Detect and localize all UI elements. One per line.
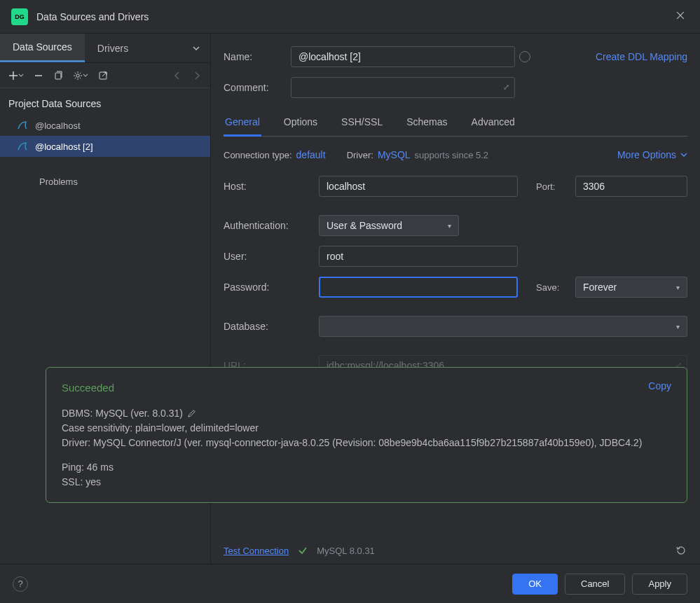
close-icon[interactable] (675, 10, 689, 24)
edit-icon[interactable] (187, 409, 196, 418)
comment-input[interactable] (291, 77, 515, 98)
auth-dropdown[interactable]: User & Password▾ (319, 215, 459, 236)
name-label: Name: (224, 51, 291, 62)
remove-icon[interactable] (34, 71, 43, 81)
tab-data-sources[interactable]: Data Sources (0, 34, 85, 62)
auth-label: Authentication: (224, 220, 319, 231)
test-version: MySQL 8.0.31 (317, 546, 375, 556)
datasource-item[interactable]: @localhost [2] (0, 136, 210, 157)
apply-button[interactable]: Apply (632, 574, 687, 595)
subtab-schemas[interactable]: Schemas (405, 116, 448, 136)
svg-point-1 (76, 74, 79, 76)
user-label: User: (224, 251, 319, 262)
database-dropdown[interactable]: ▾ (319, 316, 687, 337)
success-label: Succeeded (62, 380, 671, 396)
forward-icon (192, 71, 202, 81)
tab-overflow-icon[interactable] (182, 44, 210, 53)
more-options-link[interactable]: More Options (617, 149, 676, 160)
svg-rect-0 (55, 73, 61, 79)
expand-icon[interactable]: ⤢ (503, 83, 509, 92)
check-icon (297, 545, 308, 556)
test-result-popup: Succeeded Copy DBMS: MySQL (ver. 8.0.31)… (46, 367, 687, 503)
popup-line: Driver: MySQL Connector/J (ver. mysql-co… (62, 436, 671, 450)
test-connection-link[interactable]: Test Connection (224, 546, 289, 556)
cancel-button[interactable]: Cancel (565, 574, 625, 595)
create-ddl-link[interactable]: Create DDL Mapping (596, 51, 687, 62)
driver-note: supports since 5.2 (415, 150, 489, 160)
host-label: Host: (224, 181, 319, 192)
section-header: Project Data Sources (0, 88, 210, 115)
conn-type-label: Connection type: (224, 150, 292, 160)
save-dropdown[interactable]: Forever▾ (575, 277, 687, 298)
datasource-label: @localhost (35, 120, 81, 131)
driver-label: Driver: (347, 150, 373, 160)
app-icon: DG (11, 8, 28, 25)
settings-icon[interactable] (73, 71, 88, 81)
add-icon[interactable] (8, 71, 24, 81)
back-icon (172, 71, 182, 81)
color-picker[interactable] (519, 51, 530, 62)
export-icon[interactable] (98, 71, 108, 81)
window-title: Data Sources and Drivers (36, 11, 149, 22)
password-label: Password: (224, 282, 319, 293)
tab-drivers[interactable]: Drivers (85, 34, 141, 62)
subtab-options[interactable]: Options (282, 116, 319, 136)
port-label: Port: (536, 181, 575, 192)
conn-type-value[interactable]: default (296, 149, 326, 160)
problems-item[interactable]: Problems (0, 157, 210, 193)
comment-label: Comment: (224, 82, 291, 93)
database-label: Database: (224, 321, 319, 332)
driver-link[interactable]: MySQL (378, 149, 411, 160)
ok-button[interactable]: OK (512, 574, 558, 595)
datasource-label: @localhost [2] (35, 141, 93, 152)
subtab-ssh-ssl[interactable]: SSH/SSL (340, 116, 384, 136)
save-label: Save: (536, 282, 575, 293)
datasource-item[interactable]: @localhost (0, 115, 210, 136)
host-input[interactable] (319, 176, 518, 197)
popup-line: SSL: yes (62, 475, 671, 490)
content-pane: Name: Create DDL Mapping Comment: ⤢ Gene… (211, 34, 700, 564)
mysql-icon (17, 120, 28, 131)
port-input[interactable] (575, 176, 687, 197)
name-input[interactable] (291, 46, 515, 67)
chevron-down-icon[interactable] (680, 151, 687, 158)
popup-line: Ping: 46 ms (62, 460, 671, 475)
mysql-icon (17, 141, 28, 152)
popup-line: DBMS: MySQL (ver. 8.0.31) (62, 406, 183, 421)
copy-link[interactable]: Copy (648, 379, 671, 394)
password-input[interactable] (319, 277, 518, 298)
subtab-general[interactable]: General (224, 116, 261, 137)
popup-line: Case sensitivity: plain=lower, delimited… (62, 421, 671, 436)
duplicate-icon[interactable] (53, 71, 63, 81)
undo-icon[interactable] (675, 544, 687, 557)
help-icon[interactable]: ? (13, 576, 28, 592)
subtab-advanced[interactable]: Advanced (470, 116, 516, 136)
user-input[interactable] (319, 246, 518, 267)
